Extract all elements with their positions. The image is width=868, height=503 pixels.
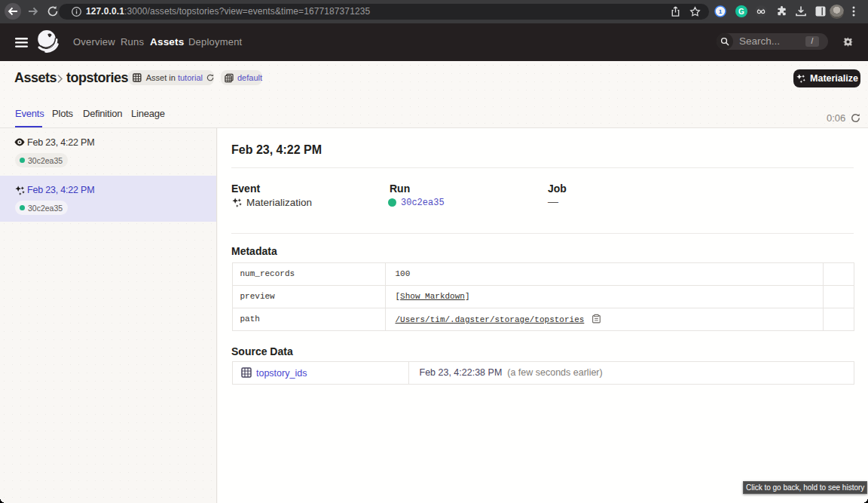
svg-text:G: G (738, 8, 744, 16)
svg-text:1: 1 (719, 8, 723, 15)
